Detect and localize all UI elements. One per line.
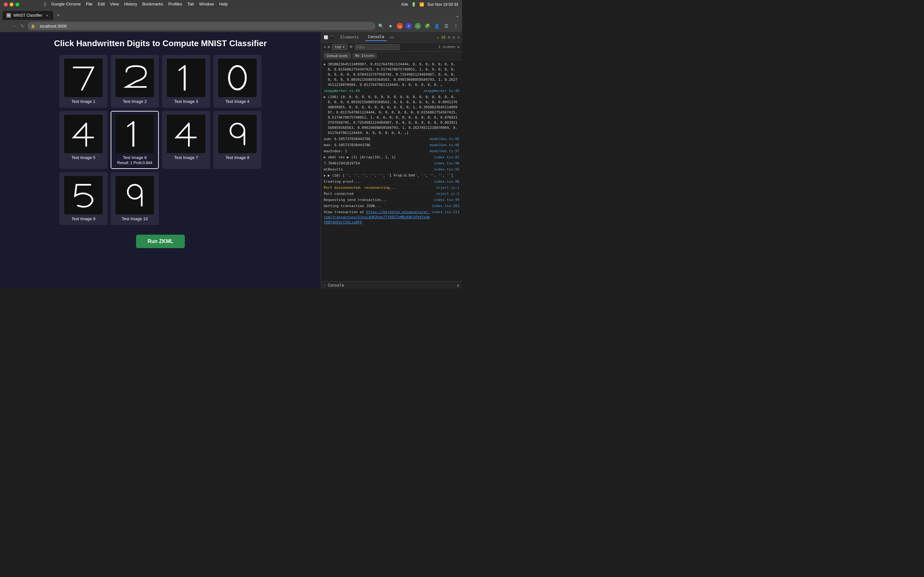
- digit-canvas-4: [218, 59, 257, 97]
- digit-card-3[interactable]: Test Image 3: [162, 55, 210, 108]
- console-line-9: ▶ ▶ (10) ['', '', '', '', '', '1 Prob:0.…: [321, 173, 462, 179]
- console-filter-input[interactable]: [355, 44, 400, 50]
- address-bar-input[interactable]: [37, 23, 372, 29]
- menu-view[interactable]: View: [110, 2, 119, 7]
- apple-menu[interactable]: : [44, 2, 46, 7]
- battery-icon: 🔋: [411, 2, 416, 7]
- devtools-icon-device[interactable]: 📱: [330, 35, 334, 39]
- expand-tabs-button[interactable]: ⌄: [455, 13, 459, 19]
- digit-card-6[interactable]: Test Image 6Result: 1 Prob:0.844: [111, 111, 159, 169]
- menu-history[interactable]: History: [124, 2, 137, 7]
- menu-profiles[interactable]: Profiles: [168, 2, 182, 7]
- menu-file[interactable]: File: [86, 2, 93, 7]
- expand-triangle-2[interactable]: ▶: [324, 95, 326, 100]
- extension-icon-1[interactable]: 🦊: [397, 23, 403, 29]
- console-line-3: sum: 6.505737030443786modelGen.ts:95: [321, 136, 462, 142]
- devtools-more-tabs[interactable]: >>: [390, 35, 394, 39]
- digit-label-7: Test Image 7: [174, 155, 198, 160]
- menu-help[interactable]: Help: [219, 2, 228, 7]
- digit-canvas-6: [115, 115, 154, 153]
- devtools-header: ⬜ 📱 Elements Console >> ⚠️ 10 ⚙ ⊟ ✕: [321, 32, 462, 43]
- svg-point-1: [230, 123, 244, 137]
- close-window-button[interactable]: [4, 3, 8, 6]
- forward-button[interactable]: →: [11, 23, 17, 29]
- svg-point-0: [229, 66, 246, 89]
- active-tab[interactable]: M MNIST Classifier ✕: [3, 11, 53, 20]
- profile-icon[interactable]: 👤: [433, 23, 440, 29]
- more-options-button[interactable]: ⋮: [452, 23, 459, 29]
- devtools-dock-icon[interactable]: ⊟: [453, 35, 455, 39]
- run-zkml-button[interactable]: Run ZKML: [136, 235, 185, 248]
- menu-window[interactable]: Window: [199, 2, 214, 7]
- digit-label-2: Test Image 2: [123, 99, 147, 104]
- eye-icon[interactable]: 👁: [349, 45, 353, 49]
- digit-card-4[interactable]: Test Image 4: [213, 55, 262, 108]
- devtools-close-icon[interactable]: ✕: [457, 35, 459, 39]
- console-link-4[interactable]: modelGen.ts:96: [430, 143, 459, 148]
- console-link-15[interactable]: index.tsx:113: [432, 210, 459, 215]
- expand-triangle-6[interactable]: ▶: [324, 155, 326, 160]
- console-output: ▶ 305882364511489987, 0.0117647061124444…: [321, 60, 462, 281]
- digit-card-8[interactable]: Test Image 8: [213, 111, 262, 169]
- console-link-12[interactable]: inject.js:1: [436, 191, 459, 197]
- digit-card-9[interactable]: Test Image 9: [59, 172, 107, 225]
- filter-icon[interactable]: ⊞: [328, 45, 330, 49]
- default-levels-button[interactable]: Default levels: [324, 53, 351, 59]
- devtools-settings-icon[interactable]: ⚙: [448, 35, 450, 39]
- console-link-13[interactable]: index.tsx:99: [434, 197, 459, 203]
- back-button[interactable]: ←: [3, 23, 9, 29]
- console-link-5[interactable]: modelGen.ts:97: [430, 149, 459, 154]
- minimize-window-button[interactable]: [10, 3, 13, 6]
- console-link-8[interactable]: index.tsx:93: [434, 167, 459, 172]
- new-tab-button[interactable]: +: [55, 11, 62, 19]
- console-line-6: ▶ zkml res ▶ (3) [Array(10), 1, 1]index.…: [321, 155, 462, 161]
- bookmark-icon[interactable]: ★: [387, 23, 394, 29]
- clear-console-icon[interactable]: ⊘: [324, 45, 326, 49]
- tab-favicon: M: [6, 13, 11, 18]
- console-link-7[interactable]: index.tsx:90: [434, 161, 459, 166]
- digit-card-10[interactable]: Test Image 10: [111, 172, 159, 225]
- menu-edit[interactable]: Edit: [98, 2, 105, 7]
- digit-label-10: Test Image 10: [121, 216, 148, 221]
- devtools-footer-close[interactable]: ✕: [457, 283, 459, 288]
- no-issues-badge: No Issues: [352, 53, 377, 59]
- digit-canvas-10: [115, 176, 154, 214]
- puzzle-icon[interactable]: 🧩: [423, 23, 431, 29]
- maximize-window-button[interactable]: [15, 3, 19, 6]
- menu-chrome[interactable]: Google Chrome: [51, 2, 81, 7]
- console-link-6[interactable]: index.tsx:81: [434, 155, 459, 160]
- digit-canvas-5: [64, 115, 103, 153]
- top-selector[interactable]: top ▾: [332, 44, 347, 50]
- console-link-10[interactable]: index.tsx:96: [434, 179, 459, 184]
- console-link-11[interactable]: inject.js:1: [436, 185, 459, 190]
- extension-icon-2[interactable]: A: [405, 23, 412, 29]
- console-line-13: Requesting send transaction...index.tsx:…: [321, 197, 462, 203]
- datetime-label: Sun Nov 19 00:33: [427, 2, 458, 7]
- expand-triangle-9[interactable]: ▶: [324, 173, 326, 178]
- browser-chrome: M MNIST Classifier ✕ + ⌄ ← → ↻ 🔒 🔍 ★ 🦊 A…: [0, 9, 462, 32]
- expand-chevron-icon[interactable]: ›: [324, 284, 326, 287]
- digit-card-7[interactable]: Test Image 7: [162, 111, 210, 169]
- console-line-4: max: 6.505737030443786modelGen.ts:96: [321, 142, 462, 148]
- extension-icon-3[interactable]: N: [415, 23, 421, 29]
- console-link-14[interactable]: index.tsx:103: [432, 203, 459, 209]
- devtools-tab-console[interactable]: Console: [365, 33, 388, 41]
- console-text-14: Getting transaction JSON...: [324, 203, 431, 209]
- devtools-icon-inspect[interactable]: ⬜: [324, 35, 328, 39]
- menu-tab[interactable]: Tab: [187, 2, 194, 7]
- console-text-8: mlResults: [324, 167, 433, 172]
- digit-card-1[interactable]: Test Image 1: [59, 55, 107, 108]
- sidebar-toggle[interactable]: ☰: [443, 23, 450, 29]
- tab-close-button[interactable]: ✕: [45, 13, 49, 18]
- expand-triangle-0[interactable]: ▶: [324, 62, 326, 67]
- menu-bookmarks[interactable]: Bookmarks: [142, 2, 163, 7]
- console-link-3[interactable]: modelGen.ts:95: [430, 137, 459, 142]
- reload-button[interactable]: ↻: [19, 23, 26, 29]
- console-link-1[interactable]: zkappWorker.ts:49: [423, 89, 459, 93]
- settings-icon[interactable]: ⚙: [457, 45, 459, 49]
- digit-card-2[interactable]: Test Image 2: [111, 55, 159, 108]
- digit-card-5[interactable]: Test Image 5: [59, 111, 107, 169]
- search-icon[interactable]: 🔍: [377, 23, 384, 29]
- devtools-tab-elements[interactable]: Elements: [337, 34, 362, 41]
- secure-icon: 🔒: [31, 24, 35, 28]
